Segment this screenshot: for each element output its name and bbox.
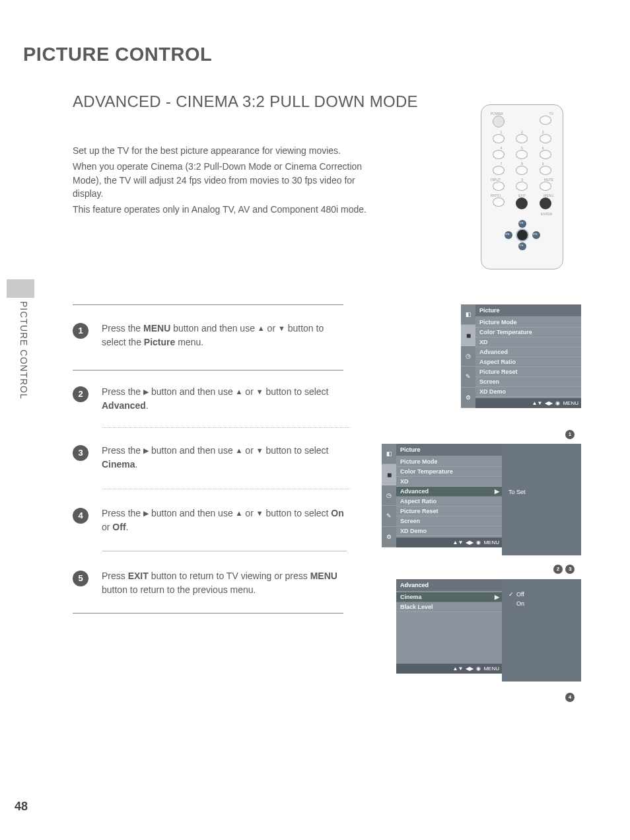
- right-arrow-icon: ▶: [495, 488, 499, 495]
- step-4-text: Press the ▶ button and then use ▲ or ▼ b…: [102, 507, 350, 534]
- num-2-icon: [516, 134, 528, 143]
- nav-arrows-icon: ▲▼: [532, 400, 543, 406]
- down-arrow-icon: ▼: [278, 324, 285, 332]
- step-4: 4 Press the ▶ button and then use ▲ or ▼…: [73, 507, 350, 534]
- intro-p2: When you operate Cinema (3:2 Pull-Down M…: [73, 160, 370, 200]
- step-badge-1: 1: [73, 323, 88, 339]
- osd-icon: ⚙: [461, 388, 475, 408]
- callout-2-3: 2 3: [553, 561, 575, 574]
- down-arrow-icon: ▼: [256, 388, 263, 396]
- osd-item: Advanced: [475, 347, 581, 357]
- mute-button-icon: [540, 182, 551, 191]
- step-1-text: Press the MENU button and then use ▲ or …: [102, 322, 350, 349]
- intro-p1: Set up the TV for the best picture appea…: [73, 144, 370, 157]
- step-badge-2: 2: [73, 386, 88, 402]
- osd-item-highlighted: Cinema▶: [396, 592, 502, 602]
- osd-title: Advanced: [396, 579, 502, 591]
- osd-item: XD: [396, 477, 502, 487]
- remote-tv-label: TV: [549, 112, 553, 116]
- check-icon: ✓: [508, 591, 514, 598]
- osd-title: Picture: [396, 444, 502, 456]
- nav-arrows-icon: ◀▶: [545, 400, 553, 406]
- divider: [73, 304, 343, 305]
- num-6-icon: [540, 150, 551, 159]
- osd-footer-menu: MENU: [563, 400, 578, 406]
- divider: [73, 613, 343, 613]
- osd-footer: ▲▼ ◀▶ ◉ MENU: [475, 398, 581, 408]
- nav-arrows-icon: ▲▼: [453, 540, 464, 545]
- menu-button-icon: [540, 197, 551, 209]
- osd-icon: ✎: [461, 367, 475, 387]
- osd-right-panel-options: ✓ Off On: [502, 579, 581, 682]
- nav-arrows-icon: ◀▶: [466, 540, 473, 545]
- osd-option-off: Off: [516, 591, 524, 598]
- page-title: PICTURE CONTROL: [23, 44, 212, 65]
- osd-item: Picture Reset: [475, 367, 581, 377]
- osd-icon: ✎: [382, 506, 396, 526]
- up-arrow-icon: ▲: [236, 446, 243, 454]
- section-title: ADVANCED - CINEMA 3:2 PULL DOWN MODE: [73, 92, 418, 111]
- ratio-button-icon: [493, 197, 505, 207]
- osd-sidebar-icons: ◧ ◼ ◷ ✎ ⚙: [382, 444, 396, 547]
- enter-icon: ◉: [555, 400, 560, 406]
- osd-item: Aspect Ratio: [396, 497, 502, 507]
- side-tab: [7, 279, 34, 298]
- step-badge-5: 5: [73, 571, 88, 586]
- right-arrow-icon: ▶: [495, 594, 499, 600]
- divider: [102, 551, 347, 551]
- osd-item: Screen: [396, 516, 502, 526]
- osd-item: XD: [475, 337, 581, 347]
- osd-right-panel-toset: To Set: [502, 444, 581, 555]
- osd-picture-menu-1: ◧ ◼ ◷ ✎ ⚙ Picture Picture Mode Color Tem…: [475, 304, 581, 408]
- osd-footer-menu: MENU: [483, 666, 499, 672]
- step-2-text: Press the ▶ button and then use ▲ or ▼ b…: [102, 385, 350, 413]
- step-badge-4: 4: [73, 508, 88, 524]
- num-7-icon: [493, 166, 505, 175]
- osd-item: Picture Reset: [396, 507, 502, 516]
- osd-item: Screen: [475, 377, 581, 387]
- num-9-icon: [540, 166, 551, 175]
- osd-picture-icon: ◼: [382, 464, 396, 485]
- dotted-divider: [102, 427, 350, 428]
- osd-option-on: On: [508, 600, 524, 607]
- step-badge-3: 3: [73, 445, 88, 461]
- num-8-icon: [516, 166, 528, 175]
- osd-picture-menu-2: ◧ ◼ ◷ ✎ ⚙ Picture Picture Mode Color Tem…: [396, 444, 502, 547]
- osd-footer: ▲▼ ◀▶ ◉ MENU: [396, 538, 502, 547]
- osd-item: XD Demo: [396, 526, 502, 536]
- right-arrow-icon: ▶: [143, 509, 149, 517]
- num-3-icon: [540, 134, 551, 143]
- osd-item: Aspect Ratio: [475, 357, 581, 367]
- osd-picture-icon: ◼: [461, 325, 475, 345]
- osd-advanced-menu: Advanced Cinema▶ Black Level ▲▼ ◀▶ ◉ MEN…: [396, 579, 502, 674]
- up-arrow-icon: ▲: [236, 509, 243, 517]
- nav-arrows-icon: ▲▼: [453, 666, 464, 672]
- osd-item: Color Temperature: [396, 467, 502, 477]
- down-arrow-icon: ▼: [256, 446, 263, 454]
- num-0-icon: [516, 182, 528, 191]
- intro-block: Set up the TV for the best picture appea…: [73, 144, 370, 219]
- step-2: 2 Press the ▶ button and then use ▲ or ▼…: [73, 385, 350, 413]
- osd-icon: ◧: [461, 304, 475, 325]
- exit-button-icon: [516, 197, 528, 209]
- osd-icon: ◧: [382, 444, 396, 464]
- num-4-icon: [493, 150, 505, 159]
- right-arrow-icon: ▶: [143, 388, 149, 396]
- enter-icon: ◉: [476, 540, 481, 545]
- osd-icon: ◷: [382, 485, 396, 506]
- step-1: 1 Press the MENU button and then use ▲ o…: [73, 322, 350, 349]
- osd-title: Picture: [475, 304, 581, 316]
- osd-item: XD Demo: [475, 387, 581, 397]
- step-3: 3 Press the ▶ button and then use ▲ or ▼…: [73, 444, 350, 472]
- osd-item: Picture Mode: [396, 457, 502, 467]
- dotted-divider: [102, 489, 350, 489]
- remote-enter-label: ENTER: [487, 212, 557, 216]
- enter-icon: ◉: [476, 666, 481, 672]
- up-arrow-icon: ▲: [236, 388, 243, 396]
- osd-footer: ▲▼ ◀▶ ◉ MENU: [396, 664, 502, 674]
- step-5: 5 Press EXIT button to return to TV view…: [73, 569, 350, 597]
- right-arrow-icon: ▶: [143, 446, 149, 454]
- tv-button-icon: [540, 116, 551, 125]
- osd-item: Picture Mode: [475, 318, 581, 328]
- callout-4: 4: [565, 689, 575, 702]
